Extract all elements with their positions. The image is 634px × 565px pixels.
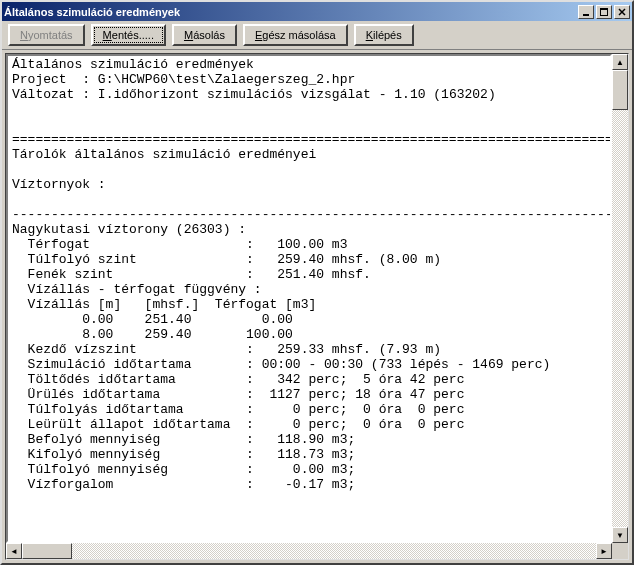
titlebar: Általános szimuláció eredmények bbox=[2, 2, 632, 21]
svg-rect-2 bbox=[600, 8, 608, 10]
minimize-button[interactable] bbox=[578, 5, 594, 19]
scroll-right-button[interactable]: ► bbox=[596, 543, 612, 559]
scroll-left-button[interactable]: ◄ bbox=[6, 543, 22, 559]
scroll-thumb-v[interactable] bbox=[612, 70, 628, 110]
scroll-track-v[interactable] bbox=[612, 70, 628, 527]
titlebar-controls bbox=[576, 5, 630, 19]
content-wrap: Általános szimuláció eredmények Project … bbox=[2, 50, 632, 563]
window-title: Általános szimuláció eredmények bbox=[4, 6, 576, 18]
copy-button[interactable]: Másolás bbox=[172, 24, 237, 46]
save-button[interactable]: Mentés..... bbox=[91, 24, 166, 46]
maximize-button[interactable] bbox=[596, 5, 612, 19]
print-button: Nyomtatás bbox=[8, 24, 85, 46]
report-text: Általános szimuláció eredmények Project … bbox=[8, 56, 610, 541]
exit-button[interactable]: Kilépés bbox=[354, 24, 414, 46]
scroll-track-h[interactable] bbox=[22, 543, 596, 559]
content-area: Általános szimuláció eredmények Project … bbox=[6, 54, 612, 543]
toolbar: Nyomtatás Mentés..... Másolás Egész máso… bbox=[2, 21, 632, 50]
scroll-up-button[interactable]: ▲ bbox=[612, 54, 628, 70]
copy-all-button[interactable]: Egész másolása bbox=[243, 24, 348, 46]
vertical-scrollbar[interactable]: ▲ ▼ bbox=[612, 54, 628, 543]
horizontal-scrollbar[interactable]: ◄ ► bbox=[6, 543, 612, 559]
scroll-corner bbox=[612, 543, 628, 559]
app-window: Általános szimuláció eredmények Nyomtatá… bbox=[0, 0, 634, 565]
close-button[interactable] bbox=[614, 5, 630, 19]
scroll-thumb-h[interactable] bbox=[22, 543, 72, 559]
scroll-down-button[interactable]: ▼ bbox=[612, 527, 628, 543]
svg-rect-0 bbox=[583, 14, 589, 16]
